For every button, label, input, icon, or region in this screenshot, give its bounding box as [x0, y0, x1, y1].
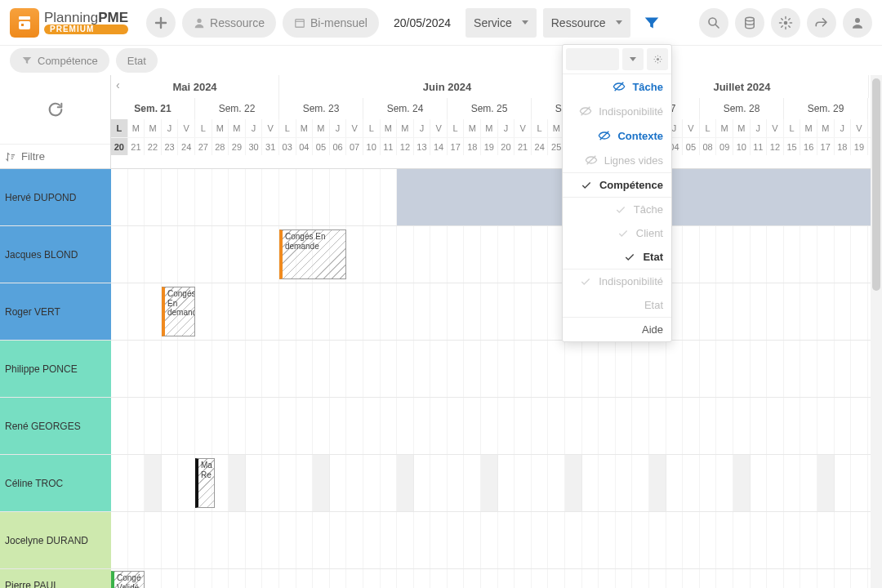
timeline-row[interactable]: Congé Validé: [111, 569, 882, 588]
premium-badge: PREMIUM: [44, 24, 128, 34]
svg-rect-4: [296, 19, 305, 27]
day-label: M: [716, 119, 733, 137]
svg-point-7: [784, 20, 788, 24]
data-button[interactable]: [735, 8, 764, 38]
panel-item-indispo[interactable]: Indisponibilité: [563, 99, 671, 123]
day-label: L: [279, 119, 296, 137]
svg-point-9: [656, 58, 658, 60]
scrollbar-thumb[interactable]: [872, 78, 880, 291]
add-button[interactable]: [146, 8, 176, 38]
filter-button[interactable]: [637, 8, 666, 38]
competence-chip[interactable]: Compétence: [10, 48, 109, 73]
day-number: 30: [246, 138, 263, 155]
resource-row[interactable]: Jocelyne DURAND: [0, 512, 111, 569]
ressource-pill[interactable]: Ressource: [182, 8, 276, 38]
timeline-row[interactable]: Ma Re: [111, 455, 882, 512]
panel-item-client[interactable]: Client: [563, 221, 671, 245]
logo-icon: [10, 8, 39, 38]
day-label: M: [481, 119, 498, 137]
weeks-row: Sem. 21Sem. 22Sem. 23Sem. 24Sem. 25Sem. …: [111, 98, 882, 119]
timeline[interactable]: Congés En demande Congés En demande Ma R…: [111, 169, 882, 588]
day-number: 10: [363, 138, 381, 155]
account-button[interactable]: [843, 8, 872, 38]
task-block[interactable]: Congés En demande: [162, 287, 195, 336]
resource-row[interactable]: Pierre PAUL: [0, 569, 111, 588]
panel-item-lignes[interactable]: Lignes vides: [563, 148, 671, 172]
day-label: M: [229, 119, 246, 137]
chevron-down-icon: [522, 20, 528, 24]
day-number: 03: [279, 138, 296, 155]
task-block[interactable]: Congés En demande: [279, 229, 346, 279]
eye-off-icon: [598, 129, 611, 142]
ressource-select[interactable]: Ressource: [543, 8, 630, 38]
panel-item-tache[interactable]: Tâche: [563, 74, 671, 99]
etat-chip[interactable]: Etat: [116, 48, 158, 73]
vertical-scrollbar[interactable]: [871, 75, 882, 588]
refresh-button[interactable]: [0, 75, 110, 144]
resource-row[interactable]: Hervé DUPOND: [0, 169, 111, 226]
timeline-row[interactable]: Congés En demande: [111, 283, 882, 341]
panel-item-indispo2[interactable]: Indisponibilité: [563, 269, 671, 293]
date-field[interactable]: 20/05/2024: [385, 8, 459, 38]
day-label: M: [212, 119, 229, 137]
resource-row[interactable]: Jacques BLOND: [0, 226, 111, 283]
check-icon: [580, 180, 593, 191]
day-label: V: [683, 119, 700, 137]
filter-row: [0, 144, 110, 168]
panel-item-etat2[interactable]: Etat: [563, 293, 671, 317]
day-number: 11: [381, 138, 398, 155]
share-button[interactable]: [807, 8, 836, 38]
day-number: 20: [498, 138, 515, 155]
search-button[interactable]: [699, 8, 728, 38]
day-label: J: [162, 119, 179, 137]
task-block[interactable]: Congé Validé: [111, 571, 145, 588]
resource-row[interactable]: Roger VERT: [0, 283, 111, 341]
day-label: M: [464, 119, 481, 137]
days-row: LMMJVLMMJVLMMJVLMMJVLMMJVLMMJVLMMJVLMMJV…: [111, 119, 882, 137]
day-label: V: [178, 119, 195, 137]
day-label: V: [851, 119, 868, 137]
timeline-row[interactable]: [111, 341, 882, 398]
panel-item-tache2[interactable]: Tâche: [563, 197, 671, 221]
svg-rect-1: [19, 21, 30, 29]
filter-input[interactable]: [21, 150, 87, 163]
timeline-row[interactable]: [111, 512, 882, 569]
resource-row[interactable]: Philippe PONCE: [0, 341, 111, 398]
week-label: Sem. 23: [279, 98, 363, 119]
check-icon: [623, 252, 636, 263]
settings-button[interactable]: [771, 8, 800, 38]
panel-item-contexte[interactable]: Contexte: [563, 123, 671, 148]
service-select[interactable]: Service: [466, 8, 537, 38]
panel-gear-button[interactable]: [647, 48, 668, 70]
timeline-row[interactable]: [111, 398, 882, 455]
main-toolbar: PlanningPME PREMIUM Ressource Bi-mensuel…: [0, 0, 882, 46]
day-number: 04: [296, 138, 314, 155]
resource-row[interactable]: Céline TROC: [0, 455, 111, 512]
panel-item-competence[interactable]: Compétence: [563, 172, 671, 197]
panel-item-etat[interactable]: Etat: [563, 245, 671, 269]
day-number: 14: [430, 138, 448, 155]
svg-point-5: [709, 18, 716, 25]
timeline-row[interactable]: Congés En demande: [111, 226, 882, 283]
day-label: J: [330, 119, 347, 137]
day-number: 31: [262, 138, 279, 155]
sort-icon[interactable]: [5, 151, 16, 163]
resource-row[interactable]: René GEORGES: [0, 398, 111, 455]
prev-month-button[interactable]: ‹: [116, 78, 120, 91]
day-number: 11: [751, 138, 768, 155]
eye-off-icon: [585, 154, 598, 167]
week-label: Sem. 22: [195, 98, 279, 119]
panel-search[interactable]: [566, 48, 619, 70]
day-label: M: [313, 119, 330, 137]
chevron-down-icon: [616, 20, 622, 24]
timeline-row[interactable]: [111, 169, 882, 226]
month-label: Mai 2024: [111, 75, 279, 98]
panel-dropdown-button[interactable]: [622, 48, 644, 70]
bimensuel-pill[interactable]: Bi-mensuel: [283, 8, 379, 38]
day-number: 23: [162, 138, 179, 155]
day-number: 19: [481, 138, 498, 155]
panel-item-aide[interactable]: Aide: [563, 317, 671, 341]
day-label: L: [700, 119, 717, 137]
task-block[interactable]: Ma Re: [195, 458, 215, 508]
day-number: 29: [229, 138, 246, 155]
